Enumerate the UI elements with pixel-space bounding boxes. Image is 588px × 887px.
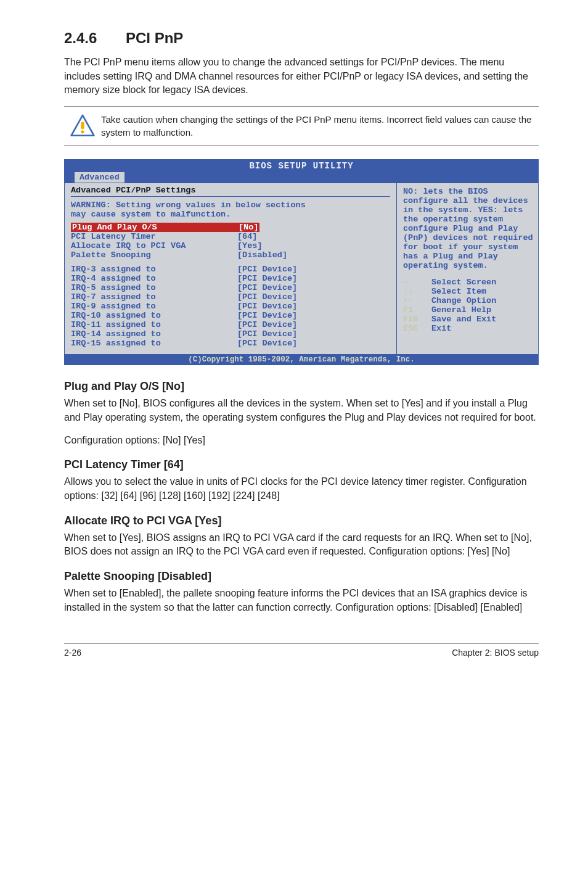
bios-option-row[interactable]: Palette Snooping [Disabled] <box>71 250 390 260</box>
bios-key: +- <box>403 296 431 305</box>
bios-key-action: Select Screen <box>431 278 496 287</box>
section-heading: 2.4.6 PCI PnP <box>64 30 539 47</box>
bios-irq-label: IRQ-10 assigned to <box>71 311 237 320</box>
subsection-paragraph: When set to [No], BIOS configures all th… <box>64 397 539 424</box>
subsection-paragraph: When set to [Enabled], the pallete snoop… <box>64 587 539 614</box>
bios-warning-line: WARNING: Setting wrong values in below s… <box>71 200 306 210</box>
bios-irq-label: IRQ-15 assigned to <box>71 339 237 348</box>
svg-point-2 <box>81 130 84 133</box>
bios-warning: WARNING: Setting wrong values in below s… <box>71 200 390 219</box>
bios-tab-advanced[interactable]: Advanced <box>75 172 125 183</box>
bios-irq-row[interactable]: IRQ-3 assigned to[PCI Device] <box>71 265 390 274</box>
bios-key: ESC <box>403 324 431 333</box>
subsection-heading: Allocate IRQ to PCI VGA [Yes] <box>64 514 539 527</box>
bios-irq-row[interactable]: IRQ-14 assigned to[PCI Device] <box>71 329 390 339</box>
bios-irq-value: [PCI Device] <box>237 274 297 283</box>
bios-irq-label: IRQ-4 assigned to <box>71 274 237 283</box>
bios-irq-row[interactable]: IRQ-11 assigned to[PCI Device] <box>71 320 390 329</box>
bios-option-label: PCI Latency Timer <box>71 232 237 241</box>
intro-paragraph: The PCI PnP menu items allow you to chan… <box>64 56 539 97</box>
page-number: 2-26 <box>64 648 81 658</box>
bios-key: F1 <box>403 305 431 315</box>
bios-irq-value: [PCI Device] <box>237 302 297 311</box>
bios-left-pane: Advanced PCI/PnP Settings WARNING: Setti… <box>65 183 396 354</box>
bios-option-label: Allocate IRQ to PCI VGA <box>71 241 237 250</box>
bios-irq-label: IRQ-3 assigned to <box>71 265 237 274</box>
subsection-heading: Plug and Play O/S [No] <box>64 380 539 393</box>
bios-irq-value: [PCI Device] <box>237 265 297 274</box>
bios-irq-row[interactable]: IRQ-5 assigned to[PCI Device] <box>71 283 390 292</box>
bios-key: ↔ <box>403 278 431 287</box>
bios-setup-panel: BIOS SETUP UTILITY Advanced Advanced PCI… <box>64 159 539 365</box>
caution-icon <box>64 113 101 139</box>
subsection-paragraph: When set to [Yes], BIOS assigns an IRQ t… <box>64 531 539 559</box>
bios-option-label: Palette Snooping <box>71 250 237 260</box>
bios-tabs: Advanced <box>65 172 538 183</box>
bios-option-value: [Disabled] <box>237 250 287 260</box>
bios-copyright: (C)Copyright 1985-2002, American Megatre… <box>65 354 538 365</box>
section-number: 2.4.6 <box>64 30 126 47</box>
bios-option-value: [No] <box>237 223 259 232</box>
bios-warning-line: may cause system to malfunction. <box>71 210 231 219</box>
bios-option-value: [64] <box>237 232 257 241</box>
bios-option-row[interactable]: Allocate IRQ to PCI VGA [Yes] <box>71 241 390 250</box>
bios-irq-label: IRQ-9 assigned to <box>71 302 237 311</box>
bios-help-text: NO: lets the BIOS configure all the devi… <box>403 187 533 270</box>
bios-help-pane: NO: lets the BIOS configure all the devi… <box>396 183 538 354</box>
subsection-heading: Palette Snooping [Disabled] <box>64 570 539 583</box>
caution-callout: Take caution when changing the settings … <box>64 106 539 146</box>
bios-key-action: Save and Exit <box>431 315 496 324</box>
subsection-heading: PCI Latency Timer [64] <box>64 458 539 471</box>
bios-key-action: General Help <box>431 305 491 315</box>
section-title: PCI PnP <box>126 30 183 47</box>
bios-option-row[interactable]: Plug And Play O/S [No] <box>71 223 390 232</box>
bios-irq-label: IRQ-11 assigned to <box>71 320 237 329</box>
bios-option-label: Plug And Play O/S <box>71 223 237 232</box>
bios-title: BIOS SETUP UTILITY <box>65 160 538 172</box>
bios-irq-value: [PCI Device] <box>237 311 297 320</box>
bios-key: F10 <box>403 315 431 324</box>
bios-key: ↑↓ <box>403 287 431 296</box>
bios-option-row[interactable]: PCI Latency Timer [64] <box>71 232 390 241</box>
bios-irq-row[interactable]: IRQ-9 assigned to[PCI Device] <box>71 302 390 311</box>
bios-irq-label: IRQ-7 assigned to <box>71 292 237 302</box>
bios-irq-label: IRQ-14 assigned to <box>71 329 237 339</box>
subsection-paragraph: Allows you to select the value in units … <box>64 475 539 503</box>
bios-irq-value: [PCI Device] <box>237 339 297 348</box>
bios-irq-value: [PCI Device] <box>237 320 297 329</box>
bios-irq-value: [PCI Device] <box>237 329 297 339</box>
bios-key-action: Exit <box>431 324 451 333</box>
bios-irq-label: IRQ-5 assigned to <box>71 283 237 292</box>
bios-irq-value: [PCI Device] <box>237 292 297 302</box>
caution-text: Take caution when changing the settings … <box>101 113 539 139</box>
page-footer: 2-26 Chapter 2: BIOS setup <box>64 643 539 658</box>
bios-option-value: [Yes] <box>237 241 263 250</box>
bios-irq-row[interactable]: IRQ-10 assigned to[PCI Device] <box>71 311 390 320</box>
bios-key-action: Select Item <box>431 287 486 296</box>
bios-irq-value: [PCI Device] <box>237 283 297 292</box>
bios-key-action: Change Option <box>431 296 496 305</box>
bios-panel-title: Advanced PCI/PnP Settings <box>71 186 390 195</box>
bios-irq-row[interactable]: IRQ-15 assigned to[PCI Device] <box>71 339 390 348</box>
bios-key-legend: ↔Select Screen ↑↓Select Item +-Change Op… <box>403 278 533 333</box>
chapter-label: Chapter 2: BIOS setup <box>452 648 539 658</box>
bios-irq-row[interactable]: IRQ-7 assigned to[PCI Device] <box>71 292 390 302</box>
bios-irq-row[interactable]: IRQ-4 assigned to[PCI Device] <box>71 274 390 283</box>
subsection-paragraph: Configuration options: [No] [Yes] <box>64 434 539 448</box>
svg-rect-1 <box>81 122 84 130</box>
